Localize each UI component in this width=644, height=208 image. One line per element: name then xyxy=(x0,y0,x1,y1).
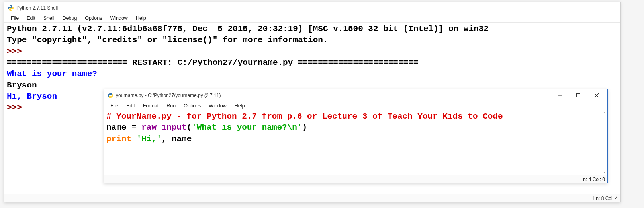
code-comma-name: , name xyxy=(162,134,192,144)
python-editor-window: yourname.py - C:/Python27/yourname.py (2… xyxy=(104,89,608,183)
menu-options[interactable]: Options xyxy=(81,15,106,22)
text-cursor xyxy=(106,146,106,155)
menu-window[interactable]: Window xyxy=(205,102,230,109)
editor-title-text: yourname.py - C:/Python27/yourname.py (2… xyxy=(116,93,551,98)
editor-scrollbar[interactable]: ▴ ▾ xyxy=(603,111,606,174)
shell-prompt: >>> xyxy=(7,103,27,112)
menu-options[interactable]: Options xyxy=(180,102,205,109)
menu-debug[interactable]: Debug xyxy=(59,15,81,22)
shell-statusbar: Ln: 8 Col: 4 xyxy=(4,194,620,202)
minimize-button[interactable] xyxy=(551,89,569,101)
editor-titlebar[interactable]: yourname.py - C:/Python27/yourname.py (2… xyxy=(104,89,607,101)
shell-user-input: Bryson xyxy=(7,81,37,90)
menu-shell[interactable]: Shell xyxy=(39,15,59,22)
python-icon xyxy=(107,92,114,99)
menu-window[interactable]: Window xyxy=(106,15,131,22)
code-string: 'Hi,' xyxy=(137,134,162,144)
editor-content[interactable]: # YourName.py - for Python 2.7 from p.6 … xyxy=(104,110,607,175)
menu-help[interactable]: Help xyxy=(231,102,249,109)
code-string: 'What is your name?\n' xyxy=(192,123,302,132)
editor-window-controls xyxy=(551,89,606,101)
code-equals: = xyxy=(131,123,141,132)
code-keyword-print: print xyxy=(106,134,131,144)
shell-cursor-position: Ln: 8 Col: 4 xyxy=(593,196,618,201)
close-button[interactable] xyxy=(600,2,619,14)
code-var-name: name xyxy=(106,123,131,132)
menu-help[interactable]: Help xyxy=(132,15,150,22)
python-icon xyxy=(8,5,14,11)
code-builtin: raw_input xyxy=(141,123,186,132)
menu-edit[interactable]: Edit xyxy=(122,102,139,109)
shell-stdout-greeting: Hi, Bryson xyxy=(7,92,57,101)
shell-titlebar[interactable]: Python 2.7.11 Shell xyxy=(4,2,620,14)
maximize-button[interactable] xyxy=(569,89,587,101)
editor-cursor-position: Ln: 4 Col: 0 xyxy=(581,177,605,182)
menu-edit[interactable]: Edit xyxy=(23,15,39,22)
shell-window-controls xyxy=(564,2,619,14)
editor-statusbar: Ln: 4 Col: 0 xyxy=(104,175,607,183)
shell-banner-line1: Python 2.7.11 (v2.7.11:6d1b6a68f775, Dec… xyxy=(7,24,489,33)
code-rparen: ) xyxy=(302,123,307,132)
menu-run[interactable]: Run xyxy=(162,102,180,109)
shell-menubar: File Edit Shell Debug Options Window Hel… xyxy=(4,14,620,23)
shell-title-text: Python 2.7.11 Shell xyxy=(16,5,564,11)
menu-file[interactable]: File xyxy=(106,102,122,109)
menu-format[interactable]: Format xyxy=(139,102,163,109)
minimize-button[interactable] xyxy=(564,2,582,14)
code-comment: # YourName.py - for Python 2.7 from p.6 … xyxy=(106,112,503,121)
editor-menubar: File Edit Format Run Options Window Help xyxy=(104,101,607,110)
close-button[interactable] xyxy=(587,89,606,101)
scroll-down-icon[interactable]: ▾ xyxy=(603,171,606,174)
svg-rect-1 xyxy=(589,6,593,10)
scroll-up-icon[interactable]: ▴ xyxy=(603,111,606,114)
code-space xyxy=(131,134,137,144)
shell-banner-line2: Type "copyright", "credits" or "license(… xyxy=(7,35,328,45)
svg-rect-5 xyxy=(577,94,580,97)
shell-restart-line: ======================== RESTART: C:/Pyt… xyxy=(7,58,418,67)
menu-file[interactable]: File xyxy=(7,15,23,22)
code-lparen: ( xyxy=(187,123,192,132)
shell-stdout-question: What is your name? xyxy=(7,69,97,78)
shell-prompt: >>> xyxy=(7,47,27,56)
maximize-button[interactable] xyxy=(582,2,600,14)
